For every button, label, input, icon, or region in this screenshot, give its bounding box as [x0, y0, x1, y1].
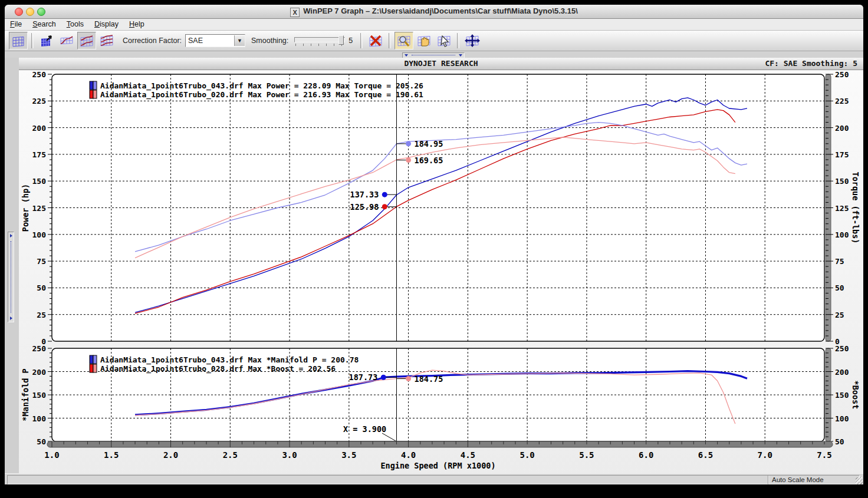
- toolbar-separator: [31, 33, 34, 48]
- zoom-graph-button[interactable]: [394, 32, 413, 50]
- cursor-marker-dot: [406, 376, 411, 381]
- correction-factor-label: Correction Factor:: [123, 37, 182, 45]
- cursor-marker-dot: [406, 141, 411, 146]
- y-right-tick: 50: [835, 283, 844, 292]
- smoothing-label: Smoothing:: [251, 37, 288, 45]
- vertical-splitter[interactable]: [8, 232, 14, 322]
- pointer-graph-icon: [436, 34, 452, 48]
- graph-three-curves-button[interactable]: [97, 32, 116, 50]
- move-axes-button[interactable]: [463, 32, 482, 50]
- smoothing-slider[interactable]: [294, 34, 345, 47]
- x-tick: 1.0: [44, 450, 59, 460]
- status-bar: Auto Scale Mode: [5, 473, 863, 484]
- y-left-tick: 200: [32, 124, 47, 133]
- y-right-tick: 100: [835, 414, 849, 423]
- y-right-tick: 25: [835, 311, 844, 319]
- graph-two-curves-icon: [80, 34, 94, 47]
- left-gutter: [5, 58, 19, 473]
- x-tick: 6.0: [639, 450, 653, 460]
- dyno-plots[interactable]: 0025255050757510010012512515015017517520…: [19, 70, 863, 472]
- pointer-graph-button[interactable]: [435, 32, 453, 50]
- cursor-marker-value: 137.33: [350, 190, 379, 199]
- x-tick: 3.0: [282, 450, 297, 460]
- y-right-tick: 175: [835, 150, 849, 159]
- correction-factor-value: SAE: [186, 37, 234, 45]
- toolbar-separator: [389, 33, 391, 48]
- window-title: XWinPEP 7 Graph – Z:\Users\aidandj\Docum…: [5, 6, 863, 17]
- cursor-marker-value: 187.73: [349, 372, 378, 382]
- x-axis: [47, 441, 833, 447]
- correction-factor-select[interactable]: SAE ▼: [185, 34, 245, 47]
- menu-help[interactable]: Help: [124, 19, 150, 29]
- graph-grid-icon: [11, 34, 25, 47]
- graph-export-button[interactable]: [37, 32, 56, 50]
- graph-export-icon: [40, 34, 54, 47]
- splitter-dots: [412, 55, 455, 56]
- x-tick: 7.0: [758, 450, 772, 460]
- y-left-tick: 50: [37, 437, 46, 446]
- graph-one-curve-icon: [60, 34, 74, 47]
- slider-track[interactable]: [294, 37, 345, 42]
- x-tick: 4.5: [461, 450, 475, 460]
- dynojet-title: DYNOJET RESEARCH: [19, 59, 863, 68]
- zoom-graph-icon: [396, 34, 412, 48]
- scale-mode-panel: Auto Scale Mode: [768, 475, 860, 484]
- collapse-right-icon[interactable]: [459, 54, 462, 57]
- legend-entry: AidanMiata_1point6Trubo_020.drf Max Powe…: [100, 90, 423, 100]
- y-right-tick: 200: [835, 124, 849, 133]
- y-right-tick: 100: [835, 230, 849, 239]
- chart-header: DYNOJET RESEARCH CF: SAE Smoothing: 5: [19, 58, 863, 70]
- y-left-tick: 200: [32, 368, 47, 377]
- window-title-text: WinPEP 7 Graph – Z:\Users\aidandj\Docume…: [303, 6, 578, 15]
- toolbar: Correction Factor: SAE ▼ Smoothing: 5: [5, 31, 863, 51]
- graph-one-curve-button[interactable]: [57, 32, 76, 50]
- x11-app-icon: X: [290, 8, 300, 17]
- collapse-down-icon[interactable]: [10, 316, 12, 320]
- smoothing-value: 5: [348, 37, 353, 45]
- y-right-tick: 125: [835, 204, 849, 213]
- menu-tools[interactable]: Tools: [61, 19, 89, 29]
- resize-grip-icon[interactable]: [856, 477, 863, 484]
- y-left-tick: 225: [32, 97, 46, 105]
- cursor-marker-value: 169.65: [415, 156, 443, 165]
- y-right-tick: 150: [835, 177, 849, 186]
- graph-two-curves-button[interactable]: [77, 32, 96, 50]
- y-left-axis-label: *Manifold P: [21, 368, 30, 421]
- plot-0: [48, 74, 833, 341]
- toolbar-separator: [457, 33, 459, 48]
- menu-display[interactable]: Display: [89, 19, 124, 29]
- collapse-left-icon[interactable]: [405, 54, 408, 57]
- chart-page: DYNOJET RESEARCH CF: SAE Smoothing: 5 00…: [19, 58, 863, 473]
- cursor-marker-dot: [382, 204, 387, 209]
- title-bar[interactable]: XWinPEP 7 Graph – Z:\Users\aidandj\Docum…: [5, 5, 863, 19]
- legend-entry: AidanMiata_1point6Trubo_028.drf Max *Boo…: [100, 364, 336, 374]
- y-right-tick: 250: [835, 70, 849, 79]
- cursor-marker-dot: [382, 192, 387, 197]
- cursor-marker-value: 184.95: [415, 139, 443, 149]
- y-left-tick: 50: [37, 283, 46, 292]
- y-right-tick: 200: [835, 368, 849, 377]
- y-left-tick: 125: [32, 204, 46, 213]
- x-tick: 5.5: [579, 450, 594, 460]
- menu-file[interactable]: File: [5, 19, 27, 29]
- scale-mode-text: Auto Scale Mode: [772, 476, 824, 483]
- graph-grid-button[interactable]: [9, 32, 28, 50]
- y-right-tick: 75: [835, 257, 844, 266]
- y-left-tick: 150: [32, 391, 47, 400]
- clear-graph-button[interactable]: [366, 32, 385, 50]
- y-right-tick: 150: [835, 391, 849, 400]
- y-right-axis-label: *Boost: [851, 381, 860, 410]
- cursor-marker-dot: [406, 157, 411, 163]
- pan-graph-button[interactable]: [415, 32, 433, 50]
- y-left-axis-label: Power (hp): [21, 184, 30, 232]
- cursor-x-readout: X = 3.900: [343, 424, 386, 434]
- x-tick: 1.5: [104, 450, 119, 460]
- cursor-marker-dot: [381, 375, 386, 380]
- menu-search[interactable]: Search: [27, 19, 61, 29]
- cf-smoothing-readout: CF: SAE Smoothing: 5: [765, 59, 857, 68]
- slider-thumb[interactable]: [338, 35, 344, 45]
- collapse-up-icon[interactable]: [10, 234, 12, 238]
- y-left-tick: 250: [32, 70, 47, 79]
- y-left-tick: 75: [37, 257, 46, 266]
- combo-dropdown-icon[interactable]: ▼: [234, 35, 245, 46]
